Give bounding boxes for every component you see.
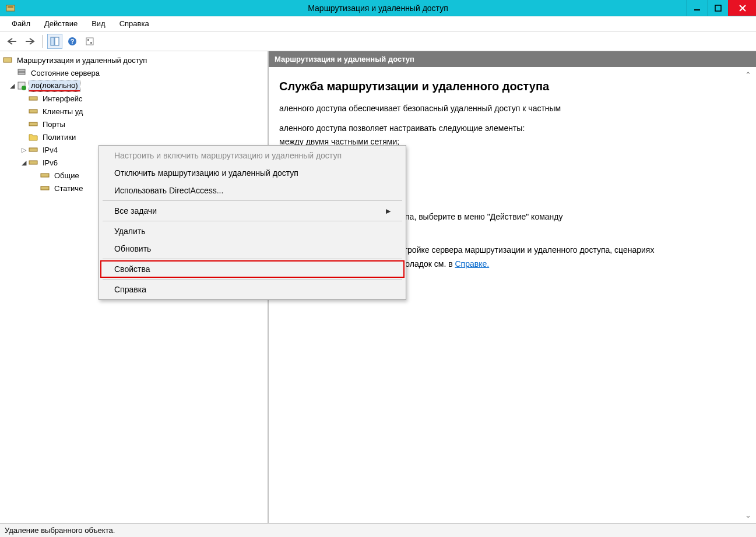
window-title: Маршрутизация и удаленный доступ xyxy=(308,3,448,13)
ctx-directaccess[interactable]: Использовать DirectAccess... xyxy=(100,182,405,199)
ports-icon xyxy=(28,119,38,129)
menubar: Файл Действие Вид Справка xyxy=(0,16,756,31)
ctx-label: Удалить xyxy=(114,227,145,236)
ctx-label: Справка xyxy=(114,285,146,294)
ipv4-icon xyxy=(28,144,38,155)
status-text: Удаление выбранного объекта. xyxy=(5,526,115,535)
help-link[interactable]: Справке. xyxy=(455,259,490,268)
ctx-label: Использовать DirectAccess... xyxy=(114,186,223,195)
ctx-label: Все задачи xyxy=(114,206,157,215)
ctx-delete[interactable]: Удалить xyxy=(100,222,405,240)
ctx-disable[interactable]: Отключить маршрутизацию и удаленный дост… xyxy=(100,164,405,182)
scroll-down-icon[interactable]: ⌄ xyxy=(745,511,751,520)
folder-icon xyxy=(28,132,38,142)
svg-rect-19 xyxy=(29,109,37,113)
main: Маршрутизация и удаленный доступ Состоян… xyxy=(0,51,756,523)
tree-ports[interactable]: Порты xyxy=(0,118,268,130)
tree-item-label: Клиенты уд xyxy=(41,107,85,116)
content-text: аленного доступа позволяет настраивать с… xyxy=(279,122,746,135)
server-icon xyxy=(16,80,27,91)
server-status-icon xyxy=(16,68,27,78)
statusbar: Удаление выбранного объекта. xyxy=(0,523,756,537)
context-menu: Настроить и включить маршрутизацию и уда… xyxy=(99,145,406,300)
titlebar: Маршрутизация и удаленный доступ xyxy=(0,0,756,16)
expander-icon[interactable]: ▷ xyxy=(20,146,28,154)
routing-icon xyxy=(2,55,13,65)
forward-button[interactable] xyxy=(22,34,37,49)
svg-rect-15 xyxy=(18,72,25,75)
window-controls xyxy=(686,0,756,16)
ctx-label: Свойства xyxy=(114,264,150,274)
scroll-up-icon[interactable]: ⌃ xyxy=(745,70,751,79)
back-button[interactable] xyxy=(5,34,20,49)
maximize-button[interactable] xyxy=(707,0,728,16)
ctx-label: Отключить маршрутизацию и удаленный дост… xyxy=(114,168,298,178)
content-heading: Служба маршрутизации и удаленного доступ… xyxy=(279,80,746,93)
svg-rect-18 xyxy=(29,97,37,100)
minimize-button[interactable] xyxy=(686,0,707,16)
static-icon xyxy=(40,183,50,193)
interface-icon xyxy=(28,93,38,104)
svg-rect-22 xyxy=(29,161,37,164)
ctx-separator xyxy=(103,279,402,280)
ctx-separator xyxy=(103,221,402,221)
svg-rect-12 xyxy=(90,42,92,44)
show-hide-tree-button[interactable] xyxy=(47,34,62,49)
svg-rect-20 xyxy=(29,122,37,126)
svg-rect-13 xyxy=(3,58,12,62)
expander-icon[interactable]: ◢ xyxy=(8,82,16,90)
refresh-button[interactable] xyxy=(82,34,97,49)
ctx-all-tasks[interactable]: Все задачи▶ xyxy=(100,202,405,220)
svg-rect-23 xyxy=(41,174,49,177)
tree-policies[interactable]: Политики xyxy=(0,130,268,143)
menu-view[interactable]: Вид xyxy=(85,17,112,30)
tree-item-label: Политики xyxy=(41,132,78,142)
tree-remote-clients[interactable]: Клиенты уд xyxy=(0,105,268,118)
app-icon xyxy=(3,1,17,15)
svg-rect-3 xyxy=(715,5,721,11)
svg-rect-14 xyxy=(18,69,25,72)
tree-item-label: IPv4 xyxy=(41,145,59,155)
svg-rect-6 xyxy=(51,37,54,45)
submenu-arrow-icon: ▶ xyxy=(386,207,391,215)
ctx-label: Настроить и включить маршрутизацию и уда… xyxy=(114,151,342,160)
svg-rect-11 xyxy=(87,39,89,41)
close-button[interactable] xyxy=(728,0,756,16)
ipv6-icon xyxy=(28,157,38,168)
general-icon xyxy=(40,170,50,181)
ctx-refresh[interactable]: Обновить xyxy=(100,240,405,257)
toolbar-separator xyxy=(42,35,43,48)
toolbar: ? xyxy=(0,31,756,51)
expander-icon[interactable]: ◢ xyxy=(20,159,28,167)
tree-interfaces[interactable]: Интерфейс xyxy=(0,92,268,105)
menu-help[interactable]: Справка xyxy=(112,17,156,30)
clients-icon xyxy=(28,106,38,116)
tree-item-label: Общие xyxy=(52,171,81,181)
svg-point-17 xyxy=(22,86,26,90)
ctx-separator xyxy=(103,200,402,201)
help-button[interactable]: ? xyxy=(65,34,80,49)
ctx-properties[interactable]: Свойства xyxy=(100,260,405,278)
svg-rect-0 xyxy=(6,5,15,11)
tree-item-label: ло(локально) xyxy=(29,80,80,91)
menu-file[interactable]: Файл xyxy=(5,17,37,30)
svg-rect-1 xyxy=(8,6,13,8)
content-text: аленного доступа обеспечивает безопасный… xyxy=(279,103,746,115)
ctx-help[interactable]: Справка xyxy=(100,281,405,298)
tree-item-label: Статиче xyxy=(52,183,85,193)
content-header: Маршрутизация и удаленный доступ xyxy=(269,51,756,67)
tree-server-status[interactable]: Состояние сервера xyxy=(0,66,268,79)
tree-root[interactable]: Маршрутизация и удаленный доступ xyxy=(0,54,268,66)
svg-rect-21 xyxy=(29,148,37,151)
ctx-label: Обновить xyxy=(114,244,151,253)
tree-item-label: Порты xyxy=(41,119,67,129)
tree-root-label: Маршрутизация и удаленный доступ xyxy=(15,55,149,65)
menu-action[interactable]: Действие xyxy=(37,17,85,30)
ctx-separator xyxy=(103,259,402,259)
svg-rect-7 xyxy=(55,37,59,45)
tree-local-server[interactable]: ◢ ло(локально) xyxy=(0,79,268,92)
tree-item-label: Интерфейс xyxy=(41,94,84,104)
svg-rect-24 xyxy=(41,186,49,190)
ctx-configure: Настроить и включить маршрутизацию и уда… xyxy=(100,147,405,164)
tree-item-label: IPv6 xyxy=(41,158,59,168)
